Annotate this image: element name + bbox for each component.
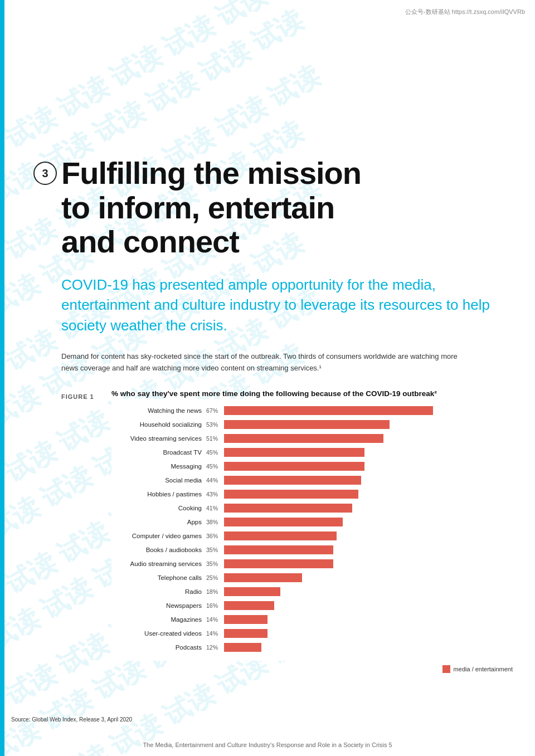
chart-row: User-created videos 14% — [111, 627, 518, 640]
chart-pct: 53% — [206, 421, 224, 428]
section-number: 3 — [33, 162, 57, 185]
chart-pct: 14% — [206, 616, 224, 623]
figure-section: FIGURE 1 % who say they've spent more ti… — [61, 389, 518, 674]
chart-label: Podcasts — [111, 644, 206, 651]
chart-row: Audio streaming services 35% — [111, 558, 518, 570]
chart-row: Messaging 45% — [111, 460, 518, 472]
chart-bar-wrap — [224, 476, 518, 485]
chart-pct: 38% — [206, 519, 224, 525]
chart-bar — [224, 601, 274, 610]
chart-bar — [224, 587, 280, 596]
legend: media / entertainment — [111, 665, 518, 673]
legend-label: media / entertainment — [454, 666, 513, 672]
chart-bar — [224, 434, 383, 443]
chart-bar — [224, 448, 364, 457]
chart-bar — [224, 559, 333, 568]
chart-label: Social media — [111, 477, 206, 484]
chart-label: Cooking — [111, 505, 206, 511]
figure-label-area: FIGURE 1 — [61, 389, 111, 401]
chart-pct: 18% — [206, 588, 224, 595]
chart-bar — [224, 420, 390, 429]
chart-bar-wrap — [224, 420, 518, 429]
chart-label: Books / audiobooks — [111, 547, 206, 553]
chart-row: Broadcast TV 45% — [111, 446, 518, 459]
chart-bar — [224, 643, 261, 652]
chart-bar — [224, 518, 343, 526]
chart-row: Hobbies / pastimes 43% — [111, 488, 518, 500]
chart-bar — [224, 406, 433, 415]
chart-bar-wrap — [224, 531, 518, 540]
section-number-wrap: 3 — [33, 162, 57, 185]
footer-text: The Media, Entertainment and Culture Ind… — [143, 742, 392, 748]
chart-bar-wrap — [224, 434, 518, 443]
chart-row: Podcasts 12% — [111, 641, 518, 653]
chart-row: Video streaming services 51% — [111, 432, 518, 445]
chart-row: Telephone calls 25% — [111, 572, 518, 584]
chart-label: Hobbies / pastimes — [111, 491, 206, 498]
chart-row: Cooking 41% — [111, 502, 518, 514]
chart-pct: 41% — [206, 505, 224, 511]
chart-label: Telephone calls — [111, 574, 206, 581]
chart-bar-wrap — [224, 504, 518, 513]
chart-bar-wrap — [224, 518, 518, 526]
chart-label: Watching the news — [111, 407, 206, 414]
chart-bar — [224, 573, 302, 582]
chart-bar-wrap — [224, 462, 518, 471]
chart-pct: 51% — [206, 435, 224, 442]
chart-pct: 45% — [206, 463, 224, 470]
chart-bar-wrap — [224, 448, 518, 457]
chart-label: Radio — [111, 588, 206, 595]
chart-pct: 12% — [206, 644, 224, 651]
chart-label: Computer / video games — [111, 533, 206, 539]
chart-pct: 14% — [206, 630, 224, 637]
chart-pct: 67% — [206, 407, 224, 414]
chart-label: Messaging — [111, 463, 206, 470]
chart-pct: 16% — [206, 602, 224, 609]
legend-color-box — [442, 665, 450, 673]
chart-bar-wrap — [224, 587, 518, 596]
chart-label: Apps — [111, 519, 206, 525]
subtitle: COVID-19 has presented ample opportunity… — [61, 275, 518, 335]
chart-label: Audio streaming services — [111, 560, 206, 567]
chart-label: Magazines — [111, 616, 206, 623]
chart-container: Watching the news 67% Household socializ… — [111, 399, 518, 661]
chart-bar — [224, 490, 358, 499]
chart-row: Household socializing 53% — [111, 418, 518, 431]
source-note: Source: Global Web Index, Release 3, Apr… — [11, 716, 132, 723]
chart-row: Social media 44% — [111, 474, 518, 486]
chart-bar-wrap — [224, 615, 518, 624]
figure-right: % who say they've spent more time doing … — [111, 389, 518, 674]
chart-bar-wrap — [224, 545, 518, 554]
chart-bar — [224, 504, 352, 513]
chart-bar — [224, 476, 361, 485]
chart-pct: 44% — [206, 477, 224, 484]
chart-bar-wrap — [224, 601, 518, 610]
chart-label: Household socializing — [111, 421, 206, 428]
chart-bar-wrap — [224, 559, 518, 568]
chart-pct: 45% — [206, 449, 224, 456]
chart-row: Computer / video games 36% — [111, 530, 518, 542]
chart-label: Broadcast TV — [111, 449, 206, 456]
chart-row: Books / audiobooks 35% — [111, 544, 518, 556]
chart-bar — [224, 545, 333, 554]
chart-bar-wrap — [224, 406, 518, 415]
left-accent-bar — [0, 0, 4, 756]
chart-row: Magazines 14% — [111, 613, 518, 626]
main-content: Fulfilling the mission to inform, entert… — [61, 156, 518, 673]
chart-bar-wrap — [224, 629, 518, 638]
chart-bar-wrap — [224, 643, 518, 652]
chart-label: Video streaming services — [111, 435, 206, 442]
chart-label: Newspapers — [111, 602, 206, 609]
chart-bar-wrap — [224, 573, 518, 582]
chart-row: Newspapers 16% — [111, 599, 518, 612]
chart-bar — [224, 462, 364, 471]
footer-bar: The Media, Entertainment and Culture Ind… — [0, 734, 535, 756]
chart-pct: 43% — [206, 491, 224, 498]
top-source-link: 公众号-数研基站 https://t.zsxq.com/iIQVVRb — [405, 8, 525, 16]
chart-bar — [224, 531, 337, 540]
chart-bar — [224, 629, 268, 638]
chart-row: Radio 18% — [111, 586, 518, 598]
figure-caption: % who say they've spent more time doing … — [111, 389, 490, 399]
body-text: Demand for content has sky-rocketed sinc… — [61, 351, 463, 374]
chart-row: Watching the news 67% — [111, 404, 518, 417]
